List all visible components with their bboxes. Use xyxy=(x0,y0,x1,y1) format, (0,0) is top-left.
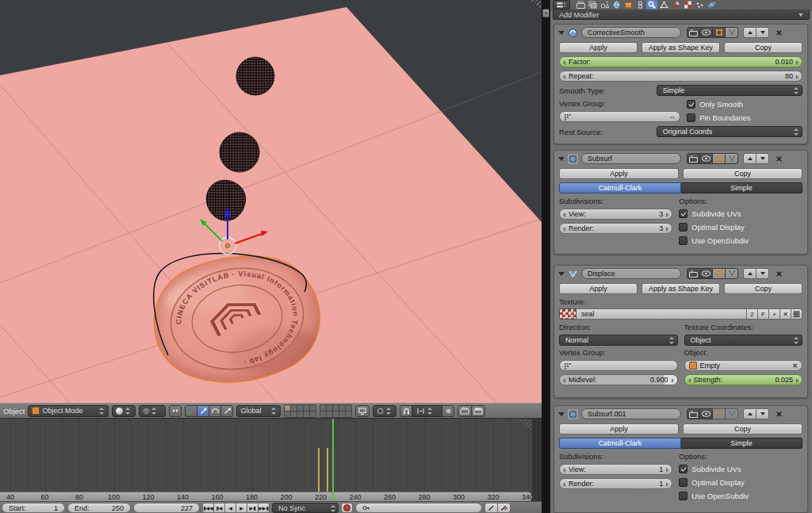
rest-source-dropdown[interactable]: Original Coords xyxy=(657,126,802,137)
unlink-texture-button[interactable]: ✕ xyxy=(779,308,791,320)
smooth-type-dropdown[interactable]: Simple xyxy=(657,85,802,96)
strength-slider[interactable]: Strength:0.025 xyxy=(684,374,803,385)
copy-button[interactable]: Copy xyxy=(724,42,802,53)
timeline-editor[interactable]: 4060801001201401601802002202402602803003… xyxy=(0,418,542,513)
viewport-shading-dropdown[interactable] xyxy=(112,405,136,417)
proportional-edit-dropdown[interactable] xyxy=(373,405,396,417)
modifier-header[interactable]: CorrectiveSmooth xyxy=(554,25,807,40)
snap-toggle-button[interactable] xyxy=(400,405,412,417)
tab-particles[interactable] xyxy=(694,0,705,10)
apply-button[interactable]: Apply xyxy=(559,283,638,294)
move-modifier-down-button[interactable] xyxy=(756,27,769,38)
invert-vertex-group-icon[interactable]: ⇔ xyxy=(668,113,676,121)
view-subdivisions-stepper[interactable]: View:3 xyxy=(559,209,672,220)
tab-constraints[interactable] xyxy=(634,0,645,10)
fake-user-button[interactable]: F xyxy=(757,308,769,320)
snap-element-dropdown[interactable] xyxy=(412,405,442,417)
region-divider[interactable]: + xyxy=(542,0,550,513)
viewport-visibility-toggle[interactable] xyxy=(699,268,713,279)
optimal-display-checkbox[interactable]: Optimal Display xyxy=(679,477,802,488)
render-subdivisions-stepper[interactable]: Render:1 xyxy=(559,478,672,489)
manipulator-tripod-button[interactable] xyxy=(185,405,197,417)
catmull-clark-button[interactable]: Catmull-Clark xyxy=(559,182,681,193)
delete-modifier-button[interactable]: ✕ xyxy=(774,408,784,419)
repeat-slider[interactable]: Repeat:80 xyxy=(559,71,802,82)
insert-keyframe-button[interactable] xyxy=(485,503,498,513)
modifier-name-field[interactable]: Displace xyxy=(581,268,681,279)
cage-toggle[interactable] xyxy=(725,153,738,164)
tab-scene[interactable] xyxy=(599,0,610,10)
manipulator-rotate-button[interactable] xyxy=(209,405,221,417)
object-field[interactable]: Empty ✕ xyxy=(684,360,803,371)
viewport-visibility-toggle[interactable] xyxy=(699,27,713,38)
next-keyframe-button[interactable]: ▶▮ xyxy=(247,503,259,513)
move-modifier-up-button[interactable] xyxy=(743,27,756,38)
tab-physics[interactable] xyxy=(706,0,717,10)
texture-coordinates-dropdown[interactable]: Object xyxy=(684,335,803,346)
render-visibility-toggle[interactable] xyxy=(687,268,700,279)
modifier-name-field[interactable]: Subsurf xyxy=(581,153,681,164)
delete-modifier-button[interactable]: ✕ xyxy=(774,27,784,38)
move-modifier-up-button[interactable] xyxy=(743,153,756,164)
copy-button[interactable]: Copy xyxy=(683,423,802,435)
tab-texture[interactable] xyxy=(682,0,693,10)
copy-button[interactable]: Copy xyxy=(724,283,802,294)
frame-start-field[interactable]: Start:1 xyxy=(2,503,65,513)
layer-cell-active[interactable] xyxy=(285,405,290,411)
play-button[interactable]: ▶ xyxy=(236,503,247,513)
use-opensubdiv-checkbox[interactable]: Use OpenSubdiv xyxy=(679,235,802,246)
render-visibility-toggle[interactable] xyxy=(687,153,700,164)
manipulator-scale-button[interactable] xyxy=(220,405,233,417)
vertex-group-field[interactable] xyxy=(559,360,678,371)
expand-properties-region-button[interactable]: + xyxy=(542,9,550,17)
cage-toggle[interactable] xyxy=(725,268,738,279)
render-subdivisions-stepper[interactable]: Render:3 xyxy=(559,223,672,234)
edit-mode-toggle[interactable] xyxy=(712,268,726,279)
view-subdivisions-stepper[interactable]: View:1 xyxy=(559,464,672,475)
sync-mode-dropdown[interactable]: No Sync xyxy=(272,503,339,513)
show-texture-in-editor-button[interactable] xyxy=(791,308,802,320)
apply-button[interactable]: Apply xyxy=(559,168,679,179)
tab-material[interactable] xyxy=(670,0,681,10)
subdivide-uvs-checkbox[interactable]: Subdivide UVs xyxy=(679,464,802,474)
viewport-visibility-toggle[interactable] xyxy=(699,153,713,164)
texture-users-button[interactable]: 2 xyxy=(746,308,758,320)
edit-mode-toggle[interactable] xyxy=(712,408,726,419)
add-modifier-dropdown[interactable]: Add Modifier xyxy=(553,10,810,20)
direction-dropdown[interactable]: Normal xyxy=(559,335,678,346)
apply-button[interactable]: Apply xyxy=(559,42,638,53)
tab-modifiers[interactable] xyxy=(646,0,657,10)
move-modifier-down-button[interactable] xyxy=(756,153,769,164)
factor-slider[interactable]: Factor:0.010 xyxy=(559,56,802,67)
opengl-render-anim-button[interactable] xyxy=(471,405,485,417)
jump-to-start-button[interactable]: ▮◀◀ xyxy=(202,503,214,513)
vertex-group-field[interactable]: ⇔ xyxy=(559,111,680,122)
play-reverse-button[interactable]: ◀ xyxy=(224,503,236,513)
collapse-triangle-icon[interactable] xyxy=(558,412,565,416)
simple-button[interactable]: Simple xyxy=(681,182,802,193)
collapse-triangle-icon[interactable] xyxy=(558,157,565,161)
tab-object[interactable] xyxy=(622,0,634,10)
catmull-clark-button[interactable]: Catmull-Clark xyxy=(559,438,681,449)
edit-mode-toggle[interactable] xyxy=(712,153,726,164)
modifier-name-field[interactable]: Subsurf.001 xyxy=(581,408,681,419)
frame-end-field[interactable]: End:250 xyxy=(67,503,131,513)
jump-to-end-button[interactable]: ▶▶▮ xyxy=(258,503,270,513)
tab-world[interactable] xyxy=(611,0,622,10)
object-menu[interactable]: Object xyxy=(3,407,25,415)
layers-grid-right[interactable] xyxy=(320,404,352,418)
viewport-3d[interactable]: CINECA VISITLAB · Visual Information Tec… xyxy=(0,0,542,418)
manipulate-center-points-button[interactable] xyxy=(169,405,182,417)
move-modifier-up-button[interactable] xyxy=(743,268,756,279)
editor-type-selector[interactable] xyxy=(553,0,570,10)
transform-orientation-dropdown[interactable]: Global xyxy=(236,405,281,417)
snap-target-button[interactable] xyxy=(442,405,454,417)
delete-modifier-button[interactable]: ✕ xyxy=(774,268,784,279)
subdivide-uvs-checkbox[interactable]: Subdivide UVs xyxy=(679,209,802,219)
current-frame-line[interactable] xyxy=(332,419,334,502)
cage-toggle[interactable] xyxy=(725,408,738,419)
layers-grid-left[interactable] xyxy=(284,404,316,418)
texture-browse-button[interactable] xyxy=(559,308,576,320)
keying-set-field[interactable] xyxy=(355,503,482,513)
cage-toggle[interactable] xyxy=(725,27,738,38)
